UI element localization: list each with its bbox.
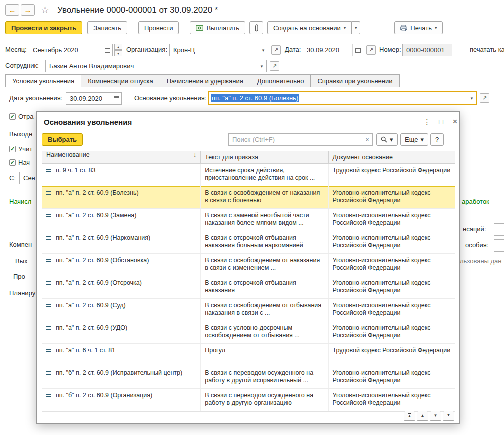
chevron-down-icon: ▾ bbox=[344, 25, 346, 30]
titlebar: ← → ☆ Увольнение 0000-000001 от 30.09.20… bbox=[5, 4, 218, 16]
organization-combo[interactable]: Крон-Ц ▾ bbox=[169, 44, 268, 56]
forward-arrow-icon: → bbox=[24, 6, 32, 14]
grounds-table: Наименование ↓ Текст для приказа Докумен… bbox=[42, 151, 455, 412]
table-row[interactable]: пп. "а" п. 2 ст. 60.9 (Суд) В связи с ос… bbox=[42, 299, 455, 321]
row-text: В связи с освобождением от наказания в с… bbox=[201, 254, 328, 276]
bg-link[interactable]: аработок bbox=[462, 198, 489, 205]
dismissal-reason-combo[interactable]: пп. "а" п. 2 ст. 60.9 (Болезнь) ▾ bbox=[208, 91, 477, 105]
table-row[interactable]: пп. "а" п. 2 ст. 60.9 (Обстановка) В свя… bbox=[42, 254, 455, 276]
go-first-icon: ▲ bbox=[408, 413, 412, 418]
go-next-button[interactable]: ▼ bbox=[430, 411, 441, 421]
employee-open-button[interactable]: ↗ bbox=[270, 61, 279, 71]
tab-accruals-deductions[interactable]: Начисления и удержания bbox=[160, 74, 250, 87]
date-open-button[interactable]: ↗ bbox=[366, 45, 376, 55]
go-previous-button[interactable]: ▲ bbox=[417, 411, 428, 421]
help-button[interactable]: ? bbox=[430, 133, 444, 146]
page-title: Увольнение 0000-000001 от 30.09.2020 * bbox=[57, 5, 218, 15]
date-field[interactable]: 30.09.2020 bbox=[303, 44, 363, 56]
row-text: В связи с освобождением от отбывания нак… bbox=[201, 299, 328, 321]
dismissal-reason-open-button[interactable]: ↗ bbox=[480, 93, 489, 103]
checkbox-checked[interactable]: ✓ bbox=[9, 146, 16, 152]
list-item-icon bbox=[46, 191, 51, 195]
dismissal-date-label: Дата увольнения: bbox=[9, 94, 62, 102]
table-row[interactable]: пп. "б" п. 2 ст. 60.9 (Организация) В св… bbox=[42, 389, 455, 411]
checkbox-checked[interactable]: ✓ bbox=[9, 113, 16, 120]
attachments-button[interactable] bbox=[249, 21, 263, 34]
bg-checkbox-row: ✓ Учит bbox=[9, 145, 32, 153]
list-item-icon bbox=[46, 236, 51, 240]
column-header-basis-doc[interactable]: Документ основание bbox=[329, 151, 455, 163]
favorite-star-icon[interactable]: ☆ bbox=[41, 4, 49, 16]
bg-link[interactable]: Начисл bbox=[9, 198, 31, 205]
check-icon: ✓ bbox=[10, 146, 15, 152]
tab-vacation-compensation[interactable]: Компенсации отпуска bbox=[81, 74, 160, 87]
date-label: Дата: bbox=[285, 46, 301, 53]
table-row[interactable]: пп. "б" п. 2 ст. 60.9 (Исправительный це… bbox=[42, 366, 455, 389]
sort-desc-icon: ↓ bbox=[193, 151, 196, 158]
calendar-picker-button[interactable] bbox=[111, 93, 121, 104]
go-first-button[interactable]: ▲ bbox=[404, 411, 415, 421]
number-label: Номер: bbox=[379, 46, 401, 53]
employee-combo[interactable]: Базин Антон Владимирович ▾ bbox=[45, 60, 267, 72]
more-options-button[interactable]: ⋮ bbox=[421, 116, 433, 127]
row-text: В связи с заменой неотбытой части наказа… bbox=[201, 209, 328, 231]
back-button[interactable]: ← bbox=[5, 4, 19, 16]
row-name: пп. "а" п. 2 ст. 60.9 (Обстановка) bbox=[56, 257, 149, 264]
row-doc: Уголовно-исполнительный кодекс Российско… bbox=[329, 276, 455, 298]
write-button[interactable]: Записать bbox=[87, 21, 127, 34]
forward-button[interactable]: → bbox=[21, 4, 35, 16]
month-field[interactable]: Сентябрь 2020 bbox=[29, 44, 113, 56]
tab-additional[interactable]: Дополнительно bbox=[250, 74, 311, 87]
print-button[interactable]: Печать ▾ bbox=[394, 21, 443, 34]
select-button[interactable]: Выбрать bbox=[42, 133, 83, 146]
table-row[interactable]: пп. "а" п. 6 ч. 1 ст. 81 Прогул Трудовой… bbox=[42, 344, 455, 366]
column-header-name[interactable]: Наименование ↓ bbox=[42, 151, 201, 163]
maximize-icon: □ bbox=[439, 118, 443, 126]
row-text: Истечение срока действия, приостановлени… bbox=[201, 164, 328, 186]
more-button[interactable]: Еще ▾ bbox=[400, 133, 428, 146]
tab-dismissal-certificates[interactable]: Справки при увольнении bbox=[310, 74, 399, 87]
row-name: пп. "а" п. 2 ст. 60.9 (Замена) bbox=[56, 212, 137, 219]
search-input[interactable] bbox=[229, 134, 362, 145]
stepper-up-button[interactable]: ▲ bbox=[114, 44, 122, 50]
row-name: пп. "б" п. 2 ст. 60.9 (Исправительный це… bbox=[56, 369, 182, 377]
table-row[interactable]: пп. "а" п. 2 ст. 60.9 (Наркомания) В свя… bbox=[42, 231, 455, 254]
maximize-button[interactable]: □ bbox=[435, 116, 447, 127]
paperclip-icon bbox=[254, 24, 259, 32]
row-name: пп. "а" п. 2 ст. 60.9 (Наркомания) bbox=[56, 234, 150, 242]
go-last-button[interactable]: ▼ bbox=[443, 411, 454, 421]
chevron-down-icon: ▾ bbox=[420, 136, 424, 143]
bg-field-stub[interactable] bbox=[494, 223, 504, 236]
bg-label: особия: bbox=[465, 241, 488, 249]
create-on-basis-button[interactable]: Создать на основании ▾ bbox=[267, 21, 352, 34]
table-row[interactable]: пп. "а" п. 2 ст. 60.9 (УДО) В связи с ус… bbox=[42, 321, 455, 344]
pay-button[interactable]: Выплатить bbox=[190, 21, 245, 34]
tab-dismissal-terms[interactable]: Условия увольнения bbox=[5, 74, 81, 87]
create-on-basis-arrow-button[interactable]: ▾ bbox=[352, 21, 360, 34]
close-button[interactable]: × bbox=[449, 116, 461, 127]
open-link-icon: ↗ bbox=[482, 95, 487, 101]
dismissal-date-field[interactable]: 30.09.2020 bbox=[66, 92, 122, 105]
bg-field-stub[interactable] bbox=[494, 239, 504, 252]
column-header-order-text[interactable]: Текст для приказа bbox=[201, 151, 328, 163]
post-and-close-button[interactable]: Провести и закрыть bbox=[5, 21, 82, 34]
row-doc: Уголовно-исполнительный кодекс Российско… bbox=[329, 186, 455, 208]
search-options-button[interactable]: ▾ bbox=[376, 133, 398, 146]
calendar-picker-button[interactable] bbox=[352, 44, 363, 56]
row-doc: Уголовно-исполнительный кодекс Российско… bbox=[329, 209, 455, 231]
table-row[interactable]: пп. "а" п. 2 ст. 60.9 (Замена) В связи с… bbox=[42, 209, 455, 231]
chevron-down-icon: ▾ bbox=[259, 44, 268, 56]
checkbox-checked[interactable]: ✓ bbox=[9, 159, 16, 166]
table-row[interactable]: п. 9 ч. 1 ст. 83 Истечение срока действи… bbox=[42, 164, 455, 186]
post-button[interactable]: Провести bbox=[138, 21, 179, 34]
calendar-picker-button[interactable] bbox=[102, 44, 112, 56]
organization-open-button[interactable]: ↗ bbox=[271, 45, 281, 55]
stepper-down-button[interactable]: ▼ bbox=[114, 50, 122, 56]
bg-label: Вых bbox=[15, 257, 28, 265]
clear-search-button[interactable]: × bbox=[362, 134, 372, 145]
chevron-down-icon: ▾ bbox=[257, 60, 266, 72]
modal-table-body: п. 9 ч. 1 ст. 83 Истечение срока действи… bbox=[42, 164, 455, 412]
row-name: пп. "а" п. 2 ст. 60.9 (Отсрочка) bbox=[56, 279, 142, 287]
table-row[interactable]: пп. "а" п. 2 ст. 60.9 (Болезнь) В связи … bbox=[42, 186, 455, 209]
table-row[interactable]: пп. "а" п. 2 ст. 60.9 (Отсрочка) В связи… bbox=[42, 276, 455, 299]
